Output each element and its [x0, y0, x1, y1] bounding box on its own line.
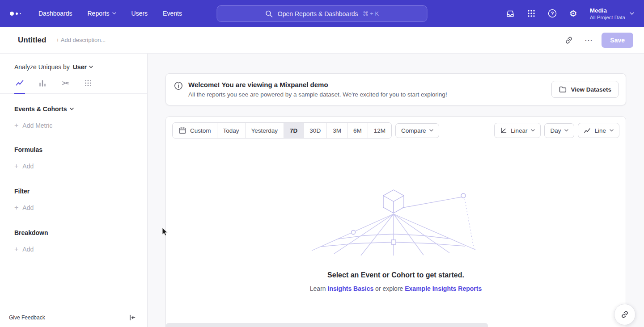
demo-banner: Welcome! You are viewing a Mixpanel demo… — [165, 73, 626, 105]
gear-icon[interactable]: ⚙ — [568, 8, 579, 19]
help-icon[interactable]: ? — [547, 8, 558, 19]
add-metric-button[interactable]: + Add Metric — [14, 122, 52, 129]
events-cohorts-label: Events & Cohorts — [14, 105, 67, 113]
report-title[interactable]: Untitled — [18, 36, 46, 45]
search-icon — [265, 10, 273, 18]
top-navbar: Dashboards Reports Users Events Open Rep… — [0, 0, 644, 27]
banner-text: Welcome! You are viewing a Mixpanel demo… — [188, 81, 447, 98]
sidebar-footer: Give Feedback — [0, 308, 147, 327]
link-icon — [620, 310, 629, 319]
granularity-dropdown[interactable]: Day — [544, 123, 574, 138]
project-switcher[interactable]: Media All Project Data — [590, 7, 634, 20]
share-link-button[interactable] — [614, 304, 636, 325]
tab-metric-grid[interactable] — [83, 78, 93, 93]
empty-state-title: Select an Event or Cohort to get started… — [327, 271, 464, 279]
banner-body: All the reports you see are powered by a… — [188, 91, 447, 98]
nav-dashboards[interactable]: Dashboards — [38, 10, 72, 17]
add-metric-label: Add Metric — [22, 122, 52, 129]
line-chart-icon — [15, 78, 24, 87]
empty-state: Select an Event or Cohort to get started… — [166, 144, 626, 327]
range-6m-button[interactable]: 6M — [347, 123, 368, 138]
global-search[interactable]: Open Reports & Dashboards ⌘ + K — [217, 5, 428, 22]
header-actions: ⋯ Save — [562, 33, 633, 48]
chevron-down-icon — [112, 12, 116, 15]
plus-icon: + — [14, 122, 18, 129]
compare-button[interactable]: Compare — [395, 123, 440, 138]
copy-link-icon[interactable] — [562, 34, 576, 47]
main-panel: Welcome! You are viewing a Mixpanel demo… — [148, 54, 644, 327]
give-feedback-link[interactable]: Give Feedback — [9, 314, 45, 321]
chart-type-dropdown[interactable]: Line — [578, 123, 619, 138]
save-button[interactable]: Save — [602, 33, 633, 48]
compare-label: Compare — [401, 127, 426, 134]
help-glyph: ? — [551, 11, 554, 16]
more-options-button[interactable]: ⋯ — [582, 34, 595, 47]
apps-grid-icon[interactable] — [526, 8, 537, 19]
add-filter-button[interactable]: + Add — [14, 204, 34, 211]
custom-date-button[interactable]: Custom — [173, 123, 217, 138]
analyze-by-dropdown[interactable]: User — [73, 63, 93, 71]
query-sidebar: Analyze Uniques by User Events & Cohorts — [0, 54, 148, 327]
search-shortcut: ⌘ + K — [363, 10, 379, 17]
chevron-down-icon — [70, 108, 74, 110]
formulas-section: Formulas + Add — [0, 146, 147, 170]
folder-icon — [559, 85, 567, 93]
range-3m-button[interactable]: 3M — [326, 123, 347, 138]
horizontal-scrollbar[interactable] — [166, 323, 488, 327]
calendar-icon — [178, 126, 186, 134]
tab-flows-chart[interactable] — [60, 78, 71, 93]
inbox-icon[interactable] — [505, 8, 516, 19]
search-placeholder: Open Reports & Dashboards — [278, 10, 358, 17]
events-cohorts-header[interactable]: Events & Cohorts — [14, 105, 74, 113]
more-glyph: ⋯ — [585, 36, 593, 44]
navbar-right: ? ⚙ Media All Project Data — [505, 7, 634, 20]
visualization-tabs — [0, 71, 147, 94]
range-7d-button[interactable]: 7D — [284, 123, 303, 138]
nav-users[interactable]: Users — [131, 10, 148, 17]
line-chart-icon — [584, 127, 591, 134]
events-cohorts-section: Events & Cohorts + Add Metric — [0, 105, 147, 129]
project-info: Media All Project Data — [590, 7, 625, 20]
tab-bar-chart[interactable] — [37, 78, 48, 93]
grid-dots-icon — [84, 79, 93, 88]
logo-dot — [20, 13, 21, 14]
range-today-button[interactable]: Today — [217, 123, 245, 138]
logo-dot — [16, 13, 18, 15]
primary-nav: Dashboards Reports Users Events — [38, 10, 182, 17]
or-explore-text: or explore — [375, 285, 403, 292]
banner-title: Welcome! You are viewing a Mixpanel demo — [188, 81, 447, 88]
linear-scale-icon — [500, 127, 507, 134]
range-30d-button[interactable]: 30D — [303, 123, 326, 138]
view-datasets-label: View Datasets — [571, 86, 611, 93]
view-datasets-button[interactable]: View Datasets — [551, 81, 619, 98]
range-12m-button[interactable]: 12M — [368, 123, 391, 138]
example-reports-link[interactable]: Example Insights Reports — [405, 285, 482, 292]
granularity-label: Day — [550, 127, 561, 134]
info-icon — [174, 81, 183, 90]
plus-icon: + — [14, 163, 18, 170]
add-formula-button[interactable]: + Add — [14, 163, 34, 170]
tab-line-chart[interactable] — [14, 78, 25, 94]
nav-events[interactable]: Events — [163, 10, 182, 17]
chevron-down-icon — [531, 129, 535, 132]
chevron-down-icon — [610, 129, 614, 132]
scale-dropdown[interactable]: Linear — [494, 123, 541, 138]
nav-reports[interactable]: Reports — [88, 10, 116, 17]
logo-dot — [10, 12, 14, 16]
chevron-down-icon — [429, 129, 433, 132]
range-yesterday-button[interactable]: Yesterday — [245, 123, 284, 138]
add-breakdown-button[interactable]: + Add — [14, 246, 34, 253]
mixpanel-logo[interactable] — [10, 12, 25, 16]
chart-card: Custom Today Yesterday 7D 30D 3M 6M 12M … — [165, 116, 626, 327]
plus-icon: + — [14, 246, 18, 253]
collapse-sidebar-icon[interactable] — [128, 314, 136, 322]
empty-state-links: Learn Insights Basics or explore Example… — [310, 285, 482, 292]
insights-basics-link[interactable]: Insights Basics — [328, 285, 374, 292]
analyze-label: Analyze Uniques by — [14, 63, 70, 71]
add-description[interactable]: + Add description... — [56, 37, 106, 43]
chart-type-label: Line — [594, 127, 606, 134]
report-header: Untitled + Add description... ⋯ Save — [0, 27, 644, 54]
project-scope: All Project Data — [590, 15, 625, 20]
filter-section: Filter + Add — [0, 188, 147, 211]
empty-state-illustration — [311, 188, 481, 256]
